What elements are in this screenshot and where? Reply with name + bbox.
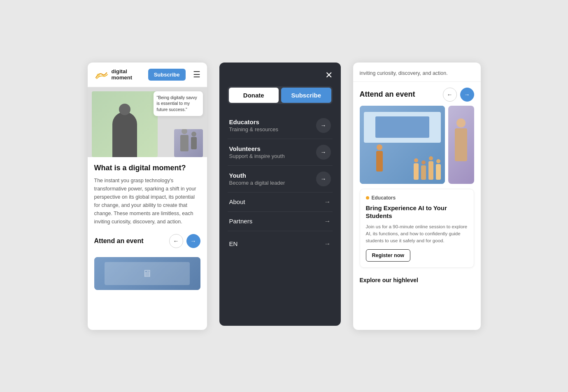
explore-section: Explore our highlevel xyxy=(353,273,481,288)
panel3-attend-title: Attend an event xyxy=(360,90,415,99)
nav-item-title-educators: Educators xyxy=(229,118,278,125)
nav-menu-items: Educators Training & resources → Volunte… xyxy=(228,112,333,193)
hero-main-image xyxy=(92,91,158,157)
event-card: Educators Bring Experience AI to Your St… xyxy=(360,189,474,268)
register-button[interactable]: Register now xyxy=(366,249,411,262)
nav-lang-arrow: → xyxy=(324,240,331,248)
panel3-nav: ← → xyxy=(443,88,474,102)
panel3-next-button[interactable]: → xyxy=(460,88,474,102)
panel3-prev-button[interactable]: ← xyxy=(443,88,457,102)
event-next-button[interactable]: → xyxy=(186,234,200,248)
logo-icon xyxy=(94,69,109,80)
hero-images: "Being digitally savvy is essential to m… xyxy=(88,87,207,157)
card-title: Bring Experience AI to Your Students xyxy=(366,204,468,220)
event-title: Attend an event xyxy=(94,237,144,245)
subscribe-button[interactable]: Subscribe xyxy=(281,88,331,103)
nav-simple-items: About → Partners → xyxy=(228,193,333,231)
website-content: What is a digital moment? The instant yo… xyxy=(88,157,207,297)
nav-arrow-youth: → xyxy=(316,172,331,186)
website-body: The instant you grasp technology's trans… xyxy=(94,176,200,226)
nav-partners-label: Partners xyxy=(229,218,253,225)
nav-arrow-volunteers: → xyxy=(316,145,331,160)
explore-title: Explore our highlevel xyxy=(360,277,474,283)
action-buttons: Donate Subscribe xyxy=(228,86,333,104)
nav-item-volunteers[interactable]: Volunteers Support & inspire youth → xyxy=(228,139,333,166)
hamburger-icon[interactable]: ☰ xyxy=(193,70,200,79)
event-page-panel: inviting curiosity, discovery, and actio… xyxy=(353,63,481,330)
nav-item-educators[interactable]: Educators Training & resources → xyxy=(228,112,333,139)
nav-arrow-educators: → xyxy=(316,118,331,133)
hero-quote: "Being digitally savvy is essential to m… xyxy=(154,91,203,116)
event-nav: ← → xyxy=(169,234,200,248)
person-silhouette xyxy=(112,112,137,157)
panel3-classroom-strip xyxy=(360,106,474,184)
website-header: digital moment Subscribe ☰ xyxy=(88,63,207,87)
card-tag-text: Educators xyxy=(372,195,396,201)
nav-item-title-volunteers: Volunteers xyxy=(229,145,285,152)
nav-item-youth[interactable]: Youth Become a digital leader → xyxy=(228,166,333,193)
donate-button[interactable]: Donate xyxy=(229,88,279,103)
hero-small-image xyxy=(174,129,203,157)
nav-partners-arrow: → xyxy=(324,218,331,225)
card-tag: Educators xyxy=(366,195,468,201)
nav-item-partners[interactable]: Partners → xyxy=(228,212,333,231)
card-dot xyxy=(366,196,369,199)
logo-text: digital moment xyxy=(112,68,133,81)
nav-about-label: About xyxy=(229,198,245,205)
classroom-side-image xyxy=(448,106,474,184)
nav-item-title-youth: Youth xyxy=(229,172,285,179)
svg-point-0 xyxy=(97,74,100,77)
screenshot-container: digital moment Subscribe ☰ "Being digita… xyxy=(71,46,497,346)
event-image: 🖥 xyxy=(94,257,200,290)
logo-area: digital moment xyxy=(94,68,133,81)
panel3-attend-header: Attend an event ← → xyxy=(353,82,481,106)
nav-item-subtitle-youth: Become a digital leader xyxy=(229,180,285,186)
website-title: What is a digital moment? xyxy=(94,164,200,172)
panel3-top-text: inviting curiosity, discovery, and actio… xyxy=(353,63,481,82)
nav-item-subtitle-educators: Training & resources xyxy=(229,126,278,132)
subscribe-button[interactable]: Subscribe xyxy=(148,69,186,81)
card-description: Join us for a 90-minute online session t… xyxy=(366,223,468,245)
panel-website: digital moment Subscribe ☰ "Being digita… xyxy=(88,63,207,330)
classroom-main-image xyxy=(360,106,445,184)
nav-about-arrow: → xyxy=(324,198,331,206)
nav-menu-header: ✕ xyxy=(228,71,333,80)
event-prev-button[interactable]: ← xyxy=(169,234,183,248)
nav-menu-panel: ✕ Donate Subscribe Educators Training & … xyxy=(219,63,341,326)
nav-item-language[interactable]: EN → xyxy=(228,234,333,253)
nav-lang-label: EN xyxy=(229,240,238,247)
nav-item-about[interactable]: About → xyxy=(228,193,333,212)
nav-item-subtitle-volunteers: Support & inspire youth xyxy=(229,153,285,159)
close-button[interactable]: ✕ xyxy=(325,71,333,80)
